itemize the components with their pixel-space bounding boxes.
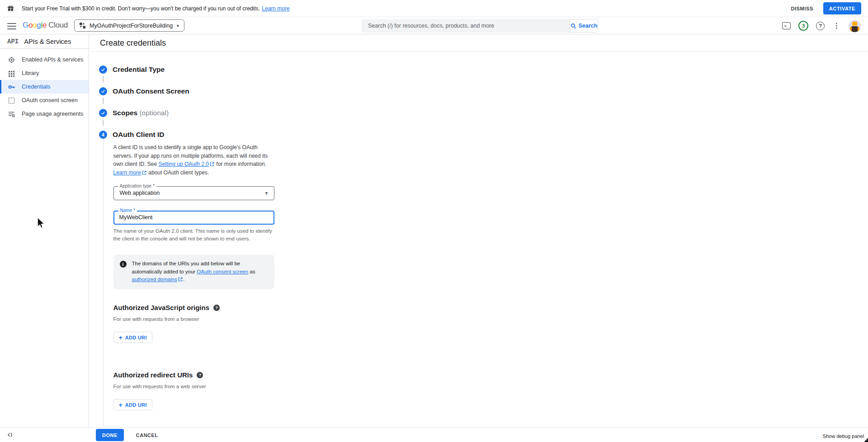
step-connector xyxy=(103,76,104,82)
credential-steps: Credential Type OAuth Consent Screen Sco… xyxy=(89,52,868,427)
global-search xyxy=(362,19,570,33)
client-id-description: A client ID is used to identify a single… xyxy=(113,143,274,177)
external-link-icon xyxy=(210,162,214,166)
domains-info-box: i The domains of the URIs you add below … xyxy=(113,254,274,289)
step-oauth-client-id: 4 OAuth Client ID xyxy=(99,131,868,139)
step-scopes[interactable]: Scopes (optional) xyxy=(99,109,868,117)
sidebar-item-library[interactable]: Library xyxy=(0,66,89,80)
client-name-field: Name * xyxy=(113,211,274,225)
add-uri-label: ADD URI xyxy=(125,335,147,340)
search-icon xyxy=(571,23,576,29)
step-credential-type[interactable]: Credential Type xyxy=(99,66,868,74)
footer-cancel-button[interactable]: CANCEL xyxy=(136,433,158,438)
step-title: OAuth Client ID xyxy=(113,131,165,139)
add-redirect-uri-button[interactable]: + ADD URI xyxy=(113,399,152,410)
plus-icon: + xyxy=(119,402,123,408)
redirect-uris-title: Authorized redirect URIs xyxy=(113,371,193,379)
chevron-down-icon: ▾ xyxy=(177,24,179,28)
api-product-icon: API xyxy=(7,38,19,45)
sidebar-item-label: Page usage agreements xyxy=(22,111,83,117)
sidebar-header: API APIs & Services xyxy=(0,34,89,49)
chevron-down-icon: ▼ xyxy=(264,191,269,196)
client-name-input[interactable] xyxy=(114,212,265,223)
step-title: Scopes xyxy=(113,109,137,117)
sidebar-divider xyxy=(89,34,89,442)
search-button[interactable]: Search xyxy=(570,19,598,33)
activate-button[interactable]: ACTIVATE xyxy=(823,2,861,14)
notifications-badge[interactable]: 3 xyxy=(798,21,808,31)
info-text-part: as xyxy=(248,269,255,274)
cloud-shell-icon[interactable]: >_ xyxy=(782,22,791,29)
resize-corner-icon[interactable] xyxy=(864,438,868,442)
oauth-consent-screen-link[interactable]: OAuth consent screen xyxy=(197,269,248,274)
authorized-domains-link[interactable]: authorized domains xyxy=(132,277,177,282)
setting-up-oauth-link[interactable]: Setting up OAuth 2.0 xyxy=(159,161,209,167)
add-js-origin-uri-button[interactable]: + ADD URI xyxy=(113,332,152,343)
add-uri-label: ADD URI xyxy=(125,402,147,408)
done-button[interactable]: DONE xyxy=(96,429,124,441)
application-type-value: Web application xyxy=(114,187,274,200)
redirect-uris-subtitle: For use with requests from a web server xyxy=(113,384,293,389)
client-name-label: Name * xyxy=(118,208,137,213)
sidebar-item-credentials[interactable]: Credentials xyxy=(0,80,89,94)
search-input[interactable] xyxy=(362,23,570,29)
enabled-apis-icon xyxy=(8,56,15,63)
avatar[interactable] xyxy=(849,20,861,32)
js-origins-section: Authorized JavaScript origins ? xyxy=(113,304,293,311)
help-icon[interactable]: ? xyxy=(816,22,825,30)
more-options-icon[interactable]: ⋮ xyxy=(832,22,841,30)
step-complete-icon xyxy=(99,109,107,117)
domains-info-text: The domains of the URIs you add below wi… xyxy=(132,260,268,284)
sidebar-item-label: Library xyxy=(22,70,39,76)
collapse-sidebar-icon[interactable] xyxy=(6,431,14,438)
search-button-label: Search xyxy=(579,23,598,29)
redirect-uris-section: Authorized redirect URIs ? xyxy=(113,371,293,379)
bottom-action-bar: DONE CANCEL Show debug panel xyxy=(0,427,868,442)
sidebar-item-oauth-consent[interactable]: OAuth consent screen xyxy=(0,94,89,107)
key-icon xyxy=(8,84,15,90)
dismiss-button[interactable]: DISMISS xyxy=(791,6,813,11)
help-circle-icon[interactable]: ? xyxy=(213,305,220,311)
logo-letter: G xyxy=(23,21,28,29)
plus-icon: + xyxy=(119,334,123,341)
sidebar-item-label: OAuth consent screen xyxy=(22,97,78,103)
sidebar-item-label: Enabled APIs & services xyxy=(22,56,83,63)
info-text-part: . xyxy=(183,277,184,282)
learn-more-link[interactable]: Learn more xyxy=(262,5,289,12)
project-name: MyOAuthProjectForStoreBuilding xyxy=(90,23,173,29)
sidebar-title: APIs & Services xyxy=(24,38,71,45)
learn-more-oauth-link[interactable]: Learn more xyxy=(113,169,141,176)
js-origins-subtitle: For use with requests from a browser xyxy=(113,316,293,322)
google-cloud-logo[interactable]: GoogleCloud xyxy=(23,21,68,30)
step-complete-icon xyxy=(99,87,107,95)
js-origins-title: Authorized JavaScript origins xyxy=(113,304,210,311)
gift-icon xyxy=(7,5,14,12)
desc-text: about OAuth client types. xyxy=(147,169,209,176)
hamburger-menu-icon[interactable] xyxy=(7,21,16,30)
sidebar-item-page-usage[interactable]: Page usage agreements xyxy=(0,107,89,121)
step-oauth-consent[interactable]: OAuth Consent Screen xyxy=(99,87,868,95)
application-type-label: Application type * xyxy=(118,183,156,188)
desc-text: for more information. xyxy=(215,161,266,167)
main-content: Create credentials Credential Type OAuth… xyxy=(89,34,868,427)
application-type-select[interactable]: Application type * Web application ▼ xyxy=(113,186,274,200)
sidebar-item-label: Credentials xyxy=(22,84,50,90)
show-debug-panel-link[interactable]: Show debug panel xyxy=(823,433,864,439)
page-usage-icon xyxy=(8,111,15,118)
content-header: Create credentials xyxy=(89,34,868,52)
oauth-client-form: A client ID is used to identify a single… xyxy=(103,139,293,427)
step-title: Credential Type xyxy=(113,66,165,74)
trial-banner-message: Start your Free Trial with $300 in credi… xyxy=(22,5,260,12)
project-switcher[interactable]: MyOAuthProjectForStoreBuilding ▾ xyxy=(74,19,184,32)
logo-letter: o xyxy=(33,21,37,29)
sidebar: API APIs & Services Enabled APIs & servi… xyxy=(0,34,89,427)
help-circle-icon[interactable]: ? xyxy=(197,372,203,378)
step-connector xyxy=(103,119,104,126)
page-title: Create credentials xyxy=(100,38,166,48)
sidebar-item-enabled-apis[interactable]: Enabled APIs & services xyxy=(0,53,89,66)
step-optional-suffix: (optional) xyxy=(139,109,169,117)
logo-letter: o xyxy=(28,21,33,29)
library-icon xyxy=(8,70,15,77)
step-number-icon: 4 xyxy=(99,131,107,139)
step-title: OAuth Consent Screen xyxy=(113,87,189,95)
